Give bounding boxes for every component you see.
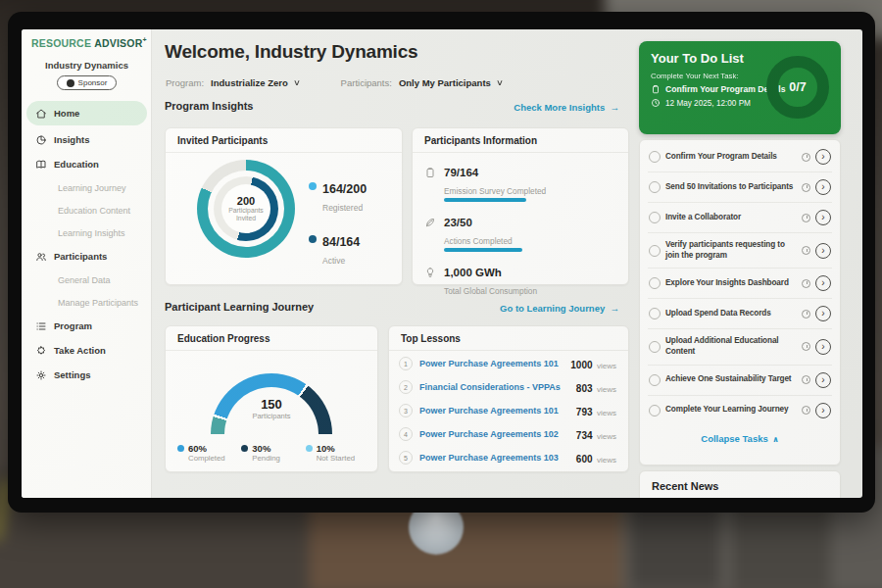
donut-legend: 164/200Registered 84/164Active — [309, 179, 367, 268]
education-progress-card: Education Progress 150 Participants 60% … — [165, 325, 378, 472]
task-checkbox[interactable] — [649, 374, 661, 386]
legend-dot — [177, 445, 184, 452]
task-label: Achieve One Sustainability Target — [665, 374, 797, 385]
card-title: Invited Participants — [166, 128, 402, 153]
sidebar-item-education-content[interactable]: Education Content — [22, 199, 152, 221]
recent-news-card: Recent News — [639, 470, 841, 498]
legend-registered: 164/200Registered — [309, 179, 367, 215]
task-row[interactable]: Complete Your Learning Journey — [648, 396, 832, 425]
task-open-button[interactable] — [815, 403, 831, 418]
clock-icon — [651, 98, 661, 108]
task-open-button[interactable] — [815, 339, 831, 355]
todo-progress-ring: 0/7 — [766, 56, 829, 119]
collapse-tasks-link[interactable]: Collapse Tasks — [648, 425, 832, 450]
lesson-row: 2 Financial Considerations - VPPAs 803 v… — [389, 375, 628, 399]
lesson-rank-badge: 2 — [399, 380, 413, 394]
task-row[interactable]: Invite a Collaborator — [648, 203, 832, 233]
lightbulb-icon — [424, 267, 436, 278]
task-row[interactable]: Send 50 Invitations to Participants — [648, 172, 832, 203]
stat-global-consumption: 1,000 GWh Total Global Consumption — [424, 263, 614, 298]
sidebar-item-program[interactable]: Program — [22, 314, 152, 338]
stat-emission-survey: 79/164 Emission Survey Completed — [424, 163, 614, 202]
task-open-button[interactable] — [815, 210, 831, 225]
task-open-button[interactable] — [815, 275, 831, 291]
legend-pending: 30% Pending — [241, 443, 305, 463]
logo-advisor: ADVISOR — [94, 37, 142, 49]
task-timer-icon — [802, 183, 810, 192]
sidebar-item-manage-participants[interactable]: Manage Participants — [22, 291, 152, 314]
monitor-bezel: RESOURCE ADVISOR+ Industry Dynamics Spon… — [8, 12, 875, 513]
program-filter-select[interactable]: Industrialize Zero — [211, 77, 288, 88]
recent-news-title: Recent News — [652, 480, 828, 498]
filter-bar: Program: Industrialize Zero ∨ Participan… — [166, 77, 503, 88]
task-open-button[interactable] — [815, 149, 831, 165]
sidebar-item-insights[interactable]: Insights — [22, 127, 152, 152]
task-row[interactable]: Achieve One Sustainability Target — [648, 366, 832, 396]
page-title: Welcome, Industry Dynamics — [165, 41, 417, 63]
donut-center-label: 200 ParticipantsInvited — [197, 160, 295, 258]
task-timer-icon — [802, 342, 810, 351]
lesson-title-link[interactable]: Power Purchase Agreements 102 — [419, 429, 569, 439]
lesson-title-link[interactable]: Power Purchase Agreements 101 — [419, 406, 569, 416]
app-logo: RESOURCE ADVISOR+ — [31, 36, 147, 49]
sidebar-item-learning-journey[interactable]: Learning Journey — [22, 176, 152, 199]
lessons-list: 1 Power Purchase Agreements 101 1000 vie… — [389, 352, 628, 469]
go-to-learning-journey-link[interactable]: Go to Learning Journey — [500, 303, 619, 314]
list-icon — [35, 320, 47, 332]
task-label: Verify participants requesting to join t… — [665, 240, 797, 261]
sidebar-item-education[interactable]: Education — [22, 152, 152, 176]
lesson-title-link[interactable]: Power Purchase Agreements 101 — [419, 359, 564, 368]
task-label: Send 50 Invitations to Participants — [665, 182, 797, 193]
task-checkbox[interactable] — [649, 277, 661, 289]
lesson-views: 600 views — [576, 449, 616, 466]
check-more-insights-link[interactable]: Check More Insights — [514, 102, 619, 113]
logo-resource: RESOURCE — [31, 37, 91, 49]
task-row[interactable]: Explore Your Insights Dashboard — [648, 269, 832, 299]
lesson-views: 1000 views — [570, 355, 616, 372]
sidebar-item-learning-insights[interactable]: Learning Insights — [22, 221, 152, 244]
sidebar-item-take-action[interactable]: Take Action — [22, 338, 152, 363]
lesson-rank-badge: 4 — [399, 427, 413, 441]
task-timer-icon — [802, 375, 810, 384]
dashboard-screen: RESOURCE ADVISOR+ Industry Dynamics Spon… — [22, 29, 862, 498]
action-burst-icon — [35, 345, 47, 357]
sidebar-item-settings[interactable]: Settings — [22, 363, 152, 387]
lesson-views: 803 views — [576, 378, 616, 396]
participants-information-card: Participants Information 79/164 Emission… — [412, 127, 629, 285]
clipboard-icon — [651, 84, 661, 94]
chevron-down-icon[interactable]: ∨ — [496, 78, 504, 87]
task-checkbox[interactable] — [649, 212, 661, 223]
lesson-title-link[interactable]: Financial Considerations - VPPAs — [419, 382, 569, 392]
task-open-button[interactable] — [815, 306, 831, 321]
task-open-button[interactable] — [815, 243, 831, 259]
lesson-title-link[interactable]: Power Purchase Agreements 103 — [419, 453, 569, 463]
sidebar-item-general-data[interactable]: General Data — [22, 269, 152, 291]
lesson-views: 734 views — [576, 425, 616, 443]
gear-icon — [35, 369, 47, 381]
task-row[interactable]: Verify participants requesting to join t… — [648, 233, 832, 269]
task-checkbox[interactable] — [649, 341, 661, 353]
task-checkbox[interactable] — [649, 308, 661, 319]
legend-active: 84/164Active — [309, 232, 367, 268]
legend-dot — [309, 235, 317, 243]
chevron-down-icon[interactable]: ∨ — [293, 78, 301, 87]
learning-journey-heading: Participant Learning Journey — [165, 301, 314, 313]
task-row[interactable]: Upload Additional Educational Content — [648, 329, 832, 365]
sidebar-item-home[interactable]: Home — [26, 101, 147, 125]
sidebar-item-participants[interactable]: Participants — [22, 244, 152, 269]
task-checkbox[interactable] — [649, 151, 661, 163]
logo-plus: + — [142, 36, 146, 43]
task-checkbox[interactable] — [649, 405, 661, 416]
task-row[interactable]: Confirm Your Program Details — [648, 142, 832, 172]
task-checkbox[interactable] — [649, 245, 661, 257]
task-timer-icon — [802, 153, 810, 162]
participants-filter-select[interactable]: Only My Participants — [399, 77, 491, 88]
task-checkbox[interactable] — [649, 181, 661, 193]
task-open-button[interactable] — [815, 179, 831, 195]
task-row[interactable]: Upload Spend Data Records — [648, 299, 832, 329]
lesson-row: 5 Power Purchase Agreements 103 600 view… — [389, 446, 628, 469]
sidebar: RESOURCE ADVISOR+ Industry Dynamics Spon… — [22, 29, 152, 498]
card-title: Education Progress — [166, 326, 377, 351]
card-title: Participants Information — [413, 128, 628, 153]
task-open-button[interactable] — [815, 372, 831, 388]
